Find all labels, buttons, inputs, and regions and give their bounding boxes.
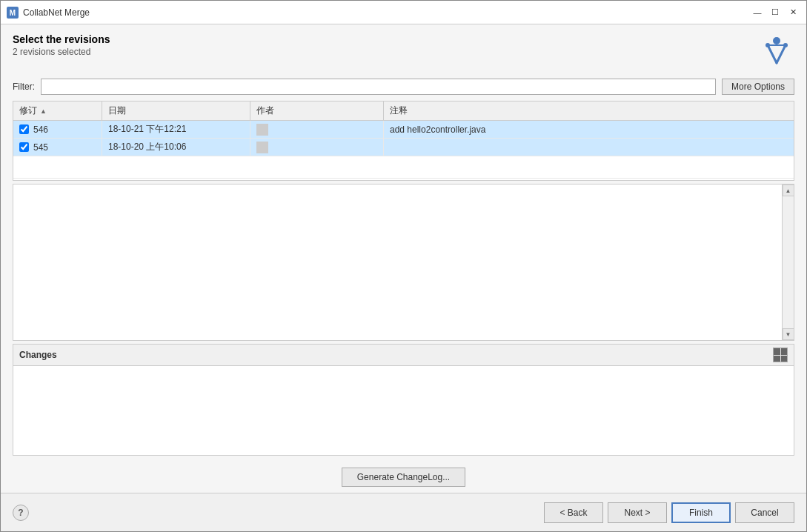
collabnet-logo-icon (759, 33, 794, 69)
filter-input[interactable] (41, 79, 716, 95)
svg-point-6 (766, 43, 770, 47)
header-section: Select the revisions 2 revisions selecte… (13, 33, 794, 71)
td-revision-546: 546 (13, 121, 102, 138)
td-date-545: 18-10-20 上午10:06 (102, 139, 250, 156)
svg-line-2 (768, 45, 777, 63)
detail-scrollbar: ▲ ▼ (782, 184, 794, 340)
main-window: M CollabNet Merge — ☐ ✕ Select the revis… (0, 0, 807, 532)
changes-title: Changes (19, 350, 57, 360)
detail-section: ▲ ▼ (13, 184, 794, 341)
title-bar-controls: — ☐ ✕ (750, 5, 800, 20)
scroll-down-icon[interactable]: ▼ (783, 328, 794, 340)
maximize-button[interactable]: ☐ (768, 5, 783, 20)
finish-button[interactable]: Finish (671, 502, 731, 523)
page-title: Select the revisions (13, 33, 110, 45)
filter-row: Filter: More Options (13, 79, 794, 95)
generate-changelog-button[interactable]: Generate ChangeLog... (342, 468, 465, 487)
author-avatar-546 (256, 124, 268, 136)
cancel-button[interactable]: Cancel (735, 502, 794, 523)
table-row[interactable]: 545 18-10-20 上午10:06 (13, 139, 794, 156)
author-avatar-545 (256, 142, 268, 153)
changes-header: Changes (13, 345, 794, 366)
next-button[interactable]: Next > (608, 502, 667, 523)
th-author: 作者 (250, 102, 384, 120)
th-comment: 注释 (384, 102, 794, 120)
close-button[interactable]: ✕ (786, 5, 800, 20)
empty-row (13, 156, 794, 179)
changes-body (13, 366, 794, 455)
td-revision-545: 545 (13, 139, 102, 156)
grid-icon (774, 348, 787, 362)
minimize-button[interactable]: — (750, 5, 765, 20)
td-author-546 (250, 121, 384, 138)
revisions-table: 修订 ▲ 日期 作者 注释 546 (13, 101, 794, 181)
table-body: 546 18-10-21 下午12:21 add hello2controlle… (13, 121, 794, 180)
header-left: Select the revisions 2 revisions selecte… (13, 33, 110, 57)
table-header: 修订 ▲ 日期 作者 注释 (13, 102, 794, 121)
changes-section: Changes (13, 344, 794, 456)
nav-buttons: < Back Next > Finish Cancel (544, 502, 794, 523)
back-button[interactable]: < Back (544, 502, 603, 523)
more-options-button[interactable]: More Options (722, 79, 794, 95)
filter-label: Filter: (13, 82, 35, 92)
scroll-up-icon[interactable]: ▲ (783, 184, 794, 196)
bottom-bar: ? < Back Next > Finish Cancel (1, 493, 806, 531)
sort-arrow-icon: ▲ (40, 107, 47, 115)
td-comment-546: add hello2controller.java (384, 121, 794, 138)
title-bar-left: M CollabNet Merge (7, 7, 90, 19)
main-content: Select the revisions 2 revisions selecte… (1, 24, 806, 493)
row-checkbox-545[interactable] (19, 142, 29, 152)
window-title: CollabNet Merge (23, 7, 90, 18)
table-row[interactable]: 546 18-10-21 下午12:21 add hello2controlle… (13, 121, 794, 139)
th-date: 日期 (102, 102, 250, 120)
svg-point-7 (783, 43, 788, 47)
th-revision: 修订 ▲ (13, 102, 102, 120)
header-right (759, 33, 794, 71)
svg-line-3 (777, 45, 786, 63)
td-author-545 (250, 139, 384, 156)
svg-point-5 (773, 37, 780, 44)
title-bar: M CollabNet Merge — ☐ ✕ (1, 1, 806, 24)
app-icon: M (7, 7, 19, 19)
row-checkbox-546[interactable] (19, 124, 29, 134)
revision-count: 2 revisions selected (13, 47, 110, 57)
changes-view-toggle-button[interactable] (773, 348, 788, 362)
td-date-546: 18-10-21 下午12:21 (102, 121, 250, 138)
svg-text:M: M (10, 9, 16, 17)
help-button[interactable]: ? (13, 505, 29, 521)
td-comment-545 (384, 139, 794, 156)
